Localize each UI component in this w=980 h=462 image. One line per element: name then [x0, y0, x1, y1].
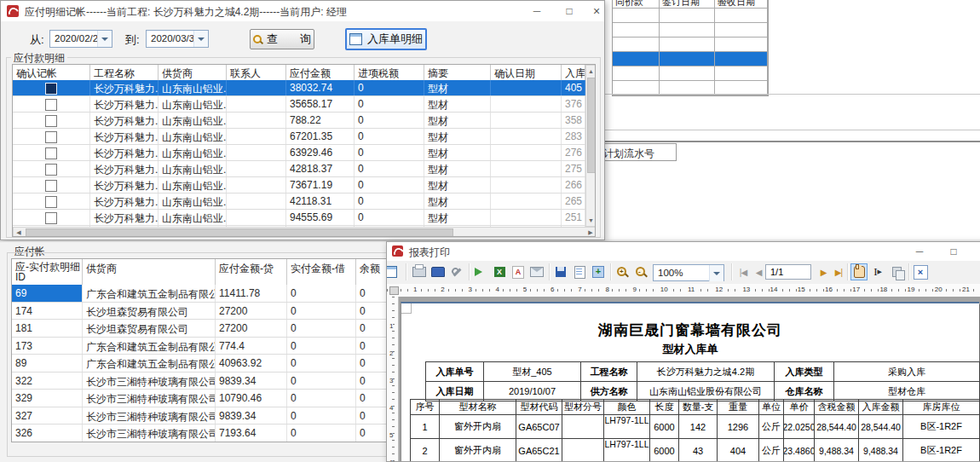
- maximize-button[interactable]: □: [556, 1, 582, 21]
- close-button[interactable]: ×: [975, 242, 980, 261]
- maximize-button[interactable]: □: [941, 242, 966, 261]
- column-header-1[interactable]: 供货商: [83, 259, 216, 285]
- hand-tool-icon[interactable]: [850, 263, 868, 280]
- table-row[interactable]: [613, 52, 768, 66]
- copy-icon[interactable]: [888, 263, 905, 280]
- confirm-checkbox[interactable]: [45, 99, 57, 111]
- form-view-icon[interactable]: [386, 263, 399, 280]
- close-preview-icon[interactable]: ×: [912, 263, 929, 280]
- scroll-left-icon[interactable]: ◀: [14, 228, 23, 237]
- table-row[interactable]: 长沙万科魅力...山东南山铝业...73671.190型材266: [13, 177, 585, 193]
- page-setup-icon[interactable]: [448, 263, 465, 280]
- confirm-cell[interactable]: [13, 161, 90, 176]
- column-header-0[interactable]: 应-实付款明细ID: [12, 259, 83, 285]
- print-icon[interactable]: [411, 263, 428, 280]
- prev-page-button[interactable]: ◀: [750, 263, 767, 280]
- add-grid-icon[interactable]: +: [590, 263, 607, 280]
- next-page-button[interactable]: ▶: [815, 263, 832, 280]
- book-preview-icon[interactable]: [429, 263, 447, 280]
- column-header[interactable]: 签订日期: [660, 0, 715, 8]
- table-row[interactable]: 329长沙市三湘特种玻璃有限公司10790.4600: [12, 390, 407, 407]
- table-row[interactable]: 长沙万科魅力...山东南山铝业...42818.370型材275: [13, 161, 585, 177]
- minimize-button[interactable]: ─: [524, 1, 550, 21]
- table-row[interactable]: 长沙万科魅力...山东南山铝业...38032.740型材405: [13, 80, 585, 96]
- titlebar[interactable]: 应付明细记帐------当前工程: 长沙万科魅力之城4.2期------当前用户…: [1, 1, 604, 21]
- text-select-icon[interactable]: I▶: [869, 263, 886, 280]
- query-button[interactable]: 查 询: [250, 29, 314, 49]
- minimize-button[interactable]: ─: [907, 242, 932, 261]
- table-row[interactable]: 长沙万科魅力...山东南山铝业...63929.460型材276: [13, 145, 585, 161]
- titlebar[interactable]: 报表打印 ─ □ ×: [387, 242, 980, 261]
- first-page-button[interactable]: |◀: [735, 263, 752, 280]
- confirm-cell[interactable]: [13, 96, 90, 112]
- scrollbar-thumb[interactable]: [26, 228, 453, 237]
- column-header-3[interactable]: 实付金额-借: [287, 259, 356, 285]
- confirm-checkbox[interactable]: [45, 212, 57, 224]
- confirm-checkbox[interactable]: [45, 180, 57, 192]
- confirm-cell[interactable]: [13, 193, 90, 209]
- chevron-down-icon[interactable]: [709, 265, 723, 281]
- table-row[interactable]: 322长沙市三湘特种玻璃有限公司9839.3400: [12, 372, 407, 390]
- zoom-level-combo[interactable]: 100%: [653, 264, 724, 281]
- column-header-4[interactable]: 应付金额: [286, 65, 355, 80]
- confirm-checkbox[interactable]: [45, 115, 57, 127]
- confirm-cell[interactable]: [13, 113, 90, 128]
- column-header[interactable]: 同价款: [613, 0, 660, 8]
- zoom-out-icon[interactable]: -: [632, 263, 649, 280]
- save-icon[interactable]: [552, 263, 569, 280]
- grid-header-row[interactable]: 确认记帐工程名称供货商联系人应付金额进项税额摘要确认日期入库: [13, 65, 585, 81]
- preview-area[interactable]: 123456 湖南巨晟门窗幕墙有限公司 型材入库单 入库单号 型材_405 工程…: [387, 297, 980, 462]
- from-date-combo[interactable]: 2020/02/29: [49, 30, 112, 48]
- zoom-in-icon[interactable]: +: [614, 263, 631, 280]
- document-icon[interactable]: [571, 263, 588, 280]
- confirm-checkbox[interactable]: [45, 83, 57, 95]
- last-page-button[interactable]: ▶|: [830, 263, 847, 280]
- confirm-checkbox[interactable]: [45, 147, 57, 159]
- column-header-0[interactable]: 确认记帐: [13, 65, 90, 80]
- excel-export-icon[interactable]: X: [491, 263, 508, 280]
- inbound-detail-button[interactable]: 入库单明细: [345, 28, 427, 50]
- confirm-cell[interactable]: [13, 145, 90, 160]
- scroll-down-icon[interactable]: ▼: [586, 216, 596, 225]
- column-header-7[interactable]: 确认日期: [491, 65, 562, 80]
- table-row[interactable]: [613, 66, 768, 81]
- table-row[interactable]: 181长沙坦森贸易有限公司2720000: [12, 320, 407, 338]
- confirm-cell[interactable]: [13, 177, 90, 193]
- column-header-2[interactable]: 供货商: [159, 65, 227, 80]
- table-row[interactable]: [613, 38, 768, 52]
- column-header-6[interactable]: 摘要: [424, 65, 491, 80]
- table-row[interactable]: 长沙万科魅力...山东南山铝业...94555.690型材251: [13, 210, 585, 226]
- confirm-cell[interactable]: [13, 129, 90, 144]
- table-row[interactable]: 173广东合和建筑五金制品有限公司774.400: [12, 338, 407, 355]
- column-header-5[interactable]: 进项税额: [355, 65, 424, 80]
- pdf-export-icon[interactable]: A: [510, 263, 527, 280]
- table-row[interactable]: 长沙万科魅力...山东南山铝业...42118.310型材265: [13, 193, 585, 210]
- table-row[interactable]: 89广东合和建筑五金制品有限公司40963.9200: [12, 355, 407, 372]
- table-row[interactable]: 长沙万科魅力...山东南山铝业...35658.170型材376: [13, 96, 585, 113]
- scroll-right-icon[interactable]: ▶: [586, 228, 595, 237]
- to-date-combo[interactable]: 2020/03/31: [146, 30, 209, 48]
- confirm-cell[interactable]: [13, 80, 90, 95]
- confirm-checkbox[interactable]: [45, 196, 57, 208]
- confirm-checkbox[interactable]: [45, 164, 57, 176]
- scroll-up-icon[interactable]: ▲: [586, 66, 596, 76]
- scrollbar-thumb[interactable]: [587, 78, 596, 173]
- column-header-2[interactable]: 应付金额-贷: [216, 259, 287, 285]
- vertical-scrollbar[interactable]: ▲ ▼: [585, 65, 596, 227]
- table-row[interactable]: [613, 9, 768, 23]
- mail-icon[interactable]: [528, 263, 545, 280]
- column-header[interactable]: 验收日期: [715, 0, 768, 8]
- table-row[interactable]: 327长沙市三湘特种玻璃有限公司9839.3400: [12, 407, 407, 425]
- table-row[interactable]: 69广东合和建筑五金制品有限公司11411.7800: [12, 285, 407, 303]
- refresh-export-icon[interactable]: [472, 263, 489, 280]
- column-header-8[interactable]: 入库: [562, 65, 585, 80]
- chevron-down-icon[interactable]: [193, 31, 208, 47]
- confirm-cell[interactable]: [13, 210, 90, 225]
- table-row[interactable]: 长沙市三湘特种玻璃有限公司: [12, 442, 407, 443]
- table-row[interactable]: 174长沙坦森贸易有限公司2720000: [12, 303, 407, 321]
- column-header-3[interactable]: 联系人: [227, 65, 286, 80]
- close-button[interactable]: ×: [584, 1, 609, 21]
- grid-header-row[interactable]: 应-实付款明细ID供货商应付金额-贷实付金额-借余额: [12, 259, 407, 286]
- table-row[interactable]: 326长沙市三湘特种玻璃有限公司7193.6400: [12, 424, 407, 442]
- table-row[interactable]: 长沙万科魅力...山东南山铝业...67201.350型材283: [13, 129, 585, 145]
